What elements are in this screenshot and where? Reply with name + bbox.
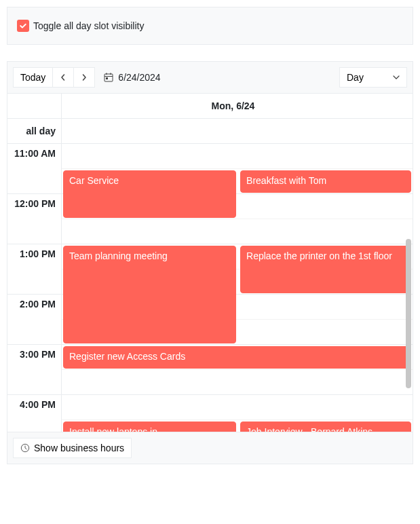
toggle-allday-label: Toggle all day slot visibility: [33, 20, 144, 31]
event[interactable]: Register new Access Cards: [63, 346, 411, 369]
hour-label: 2:00 PM: [7, 295, 61, 345]
event[interactable]: Car Service: [63, 170, 236, 218]
options-panel: Toggle all day slot visibility: [7, 7, 413, 45]
view-select-label: Day: [347, 72, 364, 83]
calendar-icon: [103, 72, 114, 83]
hour-label: 11:00 AM: [7, 144, 61, 194]
chevron-right-icon: [81, 74, 88, 81]
today-button[interactable]: Today: [13, 67, 53, 88]
prev-button[interactable]: [52, 67, 74, 88]
day-header: Mon, 6/24: [62, 94, 404, 118]
business-hours-label: Show business hours: [34, 443, 124, 453]
event[interactable]: Breakfast with Tom: [240, 170, 411, 193]
toggle-allday-checkbox[interactable]: [17, 20, 29, 32]
hour-label: 1:00 PM: [7, 244, 61, 295]
scheduler-toolbar: Today 6/24/2024 Da: [7, 62, 413, 94]
time-grid[interactable]: 11:00 AM12:00 PM1:00 PM2:00 PM3:00 PM4:0…: [7, 144, 413, 432]
allday-row: all day: [7, 119, 413, 144]
hour-label: 4:00 PM: [7, 395, 61, 432]
next-button[interactable]: [73, 67, 95, 88]
event[interactable]: Replace the printer on the 1st floor: [240, 246, 411, 293]
hour-label: 3:00 PM: [7, 345, 61, 395]
scrollbar-thumb[interactable]: [406, 239, 411, 388]
view-select[interactable]: Day: [339, 67, 407, 88]
svg-rect-0: [104, 74, 113, 81]
date-label: 6/24/2024: [118, 72, 160, 83]
check-icon: [19, 22, 27, 30]
scheduler: Today 6/24/2024 Da: [7, 61, 413, 464]
hour-label: 12:00 PM: [7, 194, 61, 244]
chevron-left-icon: [60, 74, 66, 81]
allday-label: all day: [7, 119, 62, 143]
event[interactable]: Job Interview - Bernard Atkins: [240, 422, 411, 432]
day-header-row: Mon, 6/24: [7, 94, 413, 119]
event[interactable]: Team planning meeting: [63, 246, 236, 343]
svg-rect-4: [106, 77, 108, 79]
event[interactable]: Install new laptops in: [63, 422, 236, 432]
business-hours-button[interactable]: Show business hours: [13, 438, 132, 458]
scheduler-footer: Show business hours: [7, 432, 413, 464]
date-picker[interactable]: 6/24/2024: [103, 72, 160, 83]
allday-slot[interactable]: [62, 119, 404, 143]
chevron-down-icon: [393, 74, 400, 81]
clock-icon: [20, 443, 30, 453]
